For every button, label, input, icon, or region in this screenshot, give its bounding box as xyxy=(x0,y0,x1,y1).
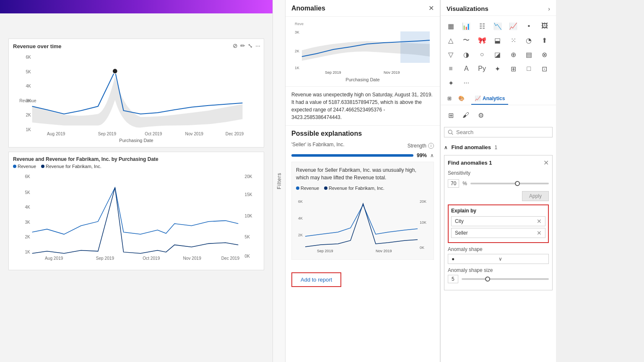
svg-text:2K: 2K xyxy=(295,49,299,53)
find-anomalies-label: Find anomalies xyxy=(451,144,491,150)
explain-tag-seller-label: Seller xyxy=(455,230,468,236)
svg-point-7 xyxy=(112,69,117,74)
viz-icon-stacked-bar[interactable]: ▦ xyxy=(444,19,457,33)
explain-tag-seller-remove[interactable]: ✕ xyxy=(537,230,542,236)
viz-icon-matrix[interactable]: ⊞ xyxy=(506,62,520,75)
strength-info-icon[interactable]: i xyxy=(428,143,434,149)
viz-icon-treemap[interactable]: ▤ xyxy=(522,48,535,61)
viz-icon-extra1[interactable]: ⊞ xyxy=(444,109,457,122)
mini-legend-revenue: Revenue xyxy=(301,186,319,191)
anomalies-card: Find anomalies 1 ✕ Sensitivity 70 % Appl… xyxy=(444,155,553,290)
viz-icon-image[interactable]: 🖼 xyxy=(538,19,551,33)
explanation-chart-svg: 6K 4K 2K 20K 10K 0K Sep 2019 Nov 2019 xyxy=(296,194,430,253)
viz-icon-gauge[interactable]: ◑ xyxy=(460,48,473,61)
anomaly-shape-value: ● xyxy=(452,256,499,262)
viz-icon-donut[interactable]: ○ xyxy=(475,48,489,61)
anomaly-chart-svg: 3K 2K 1K Reve Sep 2019 Nov 2019 xyxy=(291,21,434,75)
svg-text:Revenue: Revenue xyxy=(19,98,36,103)
revenue-fabrikam-chart-svg: 6K 5K 4K 3K 2K 1K 20K 15K 10K 5K 0K Aug … xyxy=(13,171,260,264)
anomalies-close-btn[interactable]: ✕ xyxy=(428,4,434,12)
viz-icon-shape[interactable]: □ xyxy=(522,62,535,75)
viz-icon-multirow[interactable]: ≡ xyxy=(444,62,457,75)
viz-icon-clustered-bar[interactable]: 📉 xyxy=(491,19,504,33)
anomalies-card-close-icon[interactable]: ✕ xyxy=(543,159,549,167)
analytics-tab-icon: 📈 xyxy=(475,96,481,101)
explain-by-section: Explain by City ✕ Seller ✕ xyxy=(448,204,549,243)
sensitivity-row: Sensitivity xyxy=(448,170,549,176)
strength-chevron[interactable]: ∧ xyxy=(430,153,434,158)
legend-revenue: Revenue xyxy=(18,164,36,169)
svg-text:Nov 2019: Nov 2019 xyxy=(384,70,400,75)
viz-title: Visualizations xyxy=(447,5,488,12)
anomaly-mini-chart: 3K 2K 1K Reve Sep 2019 Nov 2019 Purchasi… xyxy=(286,17,440,87)
viz-icon-custom[interactable]: ✦ xyxy=(444,76,457,90)
chart2-title: Revenue and Revenue for Fabrikam, Inc. b… xyxy=(13,156,260,162)
viz-row-extra: ⊞ 🖌 ⚙ xyxy=(441,107,556,124)
anomaly-description: Revenue was unexpectedly high on Saturda… xyxy=(286,87,440,126)
viz-tab-analytics[interactable]: 📈 Analytics xyxy=(471,93,508,105)
legend-fabrikam: Revenue for Fabrikam, Inc. xyxy=(46,164,101,169)
viz-header: Visualizations › xyxy=(441,0,556,16)
viz-icon-line-area[interactable]: 〜 xyxy=(460,34,473,47)
strength-label: Strength i xyxy=(408,143,434,149)
svg-text:Nov 2019: Nov 2019 xyxy=(183,256,202,261)
svg-text:1K: 1K xyxy=(25,249,30,254)
viz-icon-table[interactable]: ☷ xyxy=(475,19,489,33)
anomaly-size-row: 5 xyxy=(448,275,549,283)
viz-icon-more[interactable]: ··· xyxy=(460,76,473,90)
viz-tab-fields[interactable]: ⊞ xyxy=(444,93,455,105)
viz-icon-text[interactable]: A xyxy=(460,62,473,75)
viz-chevron-icon[interactable]: › xyxy=(548,5,550,12)
find-anomalies-chevron-icon: ∧ xyxy=(444,145,448,150)
svg-text:3K: 3K xyxy=(295,30,299,34)
anomaly-size-section: Anomaly shape size 5 xyxy=(448,267,549,283)
find-anomalies-header[interactable]: ∧ Find anomalies 1 xyxy=(441,141,556,153)
svg-text:4K: 4K xyxy=(25,205,30,209)
viz-icon-extra2[interactable]: 🖌 xyxy=(459,109,473,122)
viz-icon-line-clustered[interactable]: 📈 xyxy=(506,19,520,33)
filter-icon[interactable]: ⊘ xyxy=(233,42,238,49)
revenue-fabrikam-chart-container: Revenue and Revenue for Fabrikam, Inc. b… xyxy=(8,152,264,270)
left-panel: ⊘ ✏ ⤡ ··· Revenue over time 6K 5K 4K 3K … xyxy=(0,0,273,362)
more-icon[interactable]: ··· xyxy=(255,42,260,49)
viz-icon-stacked-col[interactable]: ▪ xyxy=(522,19,535,33)
anomaly-shape-label: Anomaly shape xyxy=(448,246,549,252)
viz-icon-kpi[interactable]: ⬆ xyxy=(538,34,551,47)
svg-text:20K: 20K xyxy=(420,199,426,204)
viz-icon-funnel[interactable]: ▽ xyxy=(444,48,457,61)
svg-text:Sep 2019: Sep 2019 xyxy=(317,249,333,253)
svg-text:Sep 2019: Sep 2019 xyxy=(96,256,114,261)
apply-btn[interactable]: Apply xyxy=(522,191,549,201)
viz-icon-decomp[interactable]: ⊗ xyxy=(538,48,551,61)
svg-text:0K: 0K xyxy=(420,246,424,250)
svg-text:Sep 2019: Sep 2019 xyxy=(98,132,117,136)
search-input[interactable] xyxy=(456,129,549,135)
viz-icon-ribbon[interactable]: 🎀 xyxy=(475,34,489,47)
sensitivity-label: Sensitivity xyxy=(448,170,470,176)
size-slider-thumb[interactable] xyxy=(485,277,490,282)
explain-tag-city: City ✕ xyxy=(451,216,545,226)
expand-icon[interactable]: ⤡ xyxy=(248,42,253,49)
explain-tag-city-remove[interactable]: ✕ xyxy=(537,218,542,225)
viz-icon-bar[interactable]: 📊 xyxy=(460,19,473,33)
viz-icon-key-influencers[interactable]: ✦ xyxy=(491,62,504,75)
revenue-chart-container: ⊘ ✏ ⤡ ··· Revenue over time 6K 5K 4K 3K … xyxy=(8,39,264,147)
viz-icon-python[interactable]: Py xyxy=(475,62,489,75)
viz-icon-filled-map[interactable]: ◪ xyxy=(491,48,504,61)
sensitivity-slider-track xyxy=(470,183,549,184)
viz-icon-button[interactable]: ⊡ xyxy=(538,62,551,75)
viz-icon-map[interactable]: ⊕ xyxy=(506,48,520,61)
viz-icon-pie[interactable]: ◔ xyxy=(522,34,535,47)
mini-legend: Revenue Revenue for Fabrikam, Inc. xyxy=(296,185,429,192)
add-to-report-btn[interactable]: Add to report xyxy=(291,272,341,287)
chart1-xaxis-label: Purchasing Date xyxy=(13,138,260,143)
sensitivity-slider-thumb[interactable] xyxy=(515,181,520,186)
viz-icon-area[interactable]: △ xyxy=(444,34,457,47)
viz-icon-scatter[interactable]: ⁙ xyxy=(506,34,520,47)
viz-tab-format[interactable]: 🎨 xyxy=(455,93,468,105)
anomaly-shape-select[interactable]: ● ∨ xyxy=(448,254,549,264)
edit-icon[interactable]: ✏ xyxy=(240,42,245,49)
viz-icon-extra3[interactable]: ⚙ xyxy=(474,109,488,122)
viz-icon-waterfall[interactable]: ⬓ xyxy=(491,34,504,47)
anomaly-shape-section: Anomaly shape ● ∨ xyxy=(448,246,549,264)
